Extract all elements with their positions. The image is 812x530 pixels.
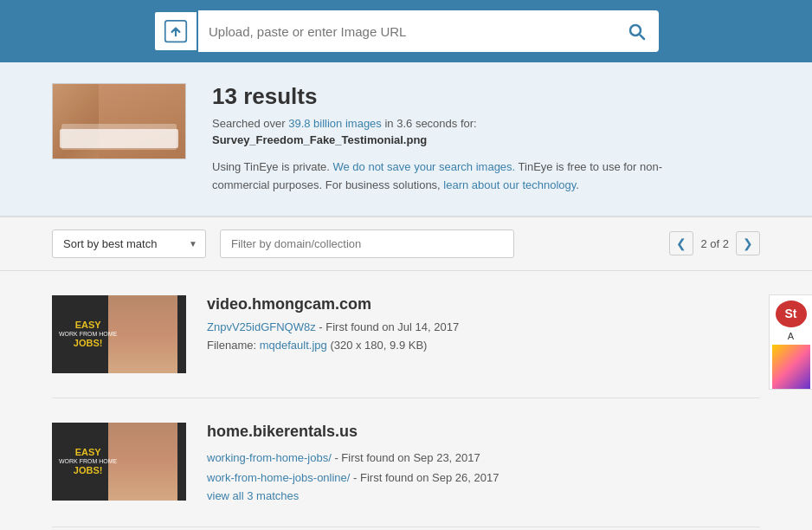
result-match-link-2-2[interactable]: work-from-home-jobs-online/ - First foun… [207, 468, 760, 488]
searched-over: Searched over 39.8 billion images in 3.6… [212, 117, 680, 130]
billion-images-link[interactable]: 39.8 billion images [288, 117, 382, 130]
technology-link[interactable]: learn about our technology [443, 178, 576, 191]
query-image [52, 83, 186, 159]
result-item: EASY WORK FROM HOME JOBS! video.hmongcam… [52, 271, 760, 398]
side-panel-avatar: St [776, 301, 807, 327]
privacy-note: Using TinEye is private. We do not save … [212, 158, 680, 195]
upload-icon [164, 19, 188, 43]
result-domain-1: video.hmongcam.com [207, 295, 760, 313]
no-save-link[interactable]: We do not save your search images. [332, 160, 515, 173]
next-page-button[interactable]: ❯ [736, 231, 760, 255]
view-all-link-2[interactable]: view all 3 matches [207, 489, 760, 502]
result-domain-2: home.bikerentals.us [207, 423, 760, 441]
searched-filename: Survey_Freedom_Fake_Testimonial.png [212, 133, 680, 146]
result-hash-1: ZnpvV25idGFNQW8z - First found on Jul 14… [207, 320, 760, 333]
side-panel: St A [769, 294, 812, 390]
pagination: ❮ 2 of 2 ❯ [669, 231, 760, 255]
result-thumbnail-2: EASY WORK FROM HOME JOBS! [52, 423, 186, 501]
search-icon [626, 21, 647, 42]
prev-page-button[interactable]: ❮ [669, 231, 693, 255]
side-panel-ad-image [772, 345, 810, 389]
sort-wrapper: Sort by best matchSort by most changedSo… [52, 229, 206, 258]
result-thumbnail-1: EASY WORK FROM HOME JOBS! [52, 295, 186, 373]
result-filename-1: Filename: mqdefault.jpg (320 x 180, 9.9 … [207, 339, 760, 352]
side-panel-ad-label: A [788, 331, 794, 341]
result-hash-link-1[interactable]: ZnpvV25idGFNQW8z [207, 320, 316, 333]
upload-button[interactable] [153, 10, 198, 52]
results-count: 13 results [212, 83, 680, 110]
result-item-2: EASY WORK FROM HOME JOBS! home.bikerenta… [52, 398, 760, 528]
result-info-2: home.bikerentals.us working-from-home-jo… [207, 423, 760, 503]
header [0, 0, 812, 62]
sort-select[interactable]: Sort by best matchSort by most changedSo… [52, 229, 206, 258]
results-summary: 13 results Searched over 39.8 billion im… [0, 62, 812, 217]
page-info: 2 of 2 [700, 237, 729, 250]
result-match-link-2-1[interactable]: working-from-home-jobs/ - First found on… [207, 448, 760, 468]
controls-bar: Sort by best matchSort by most changedSo… [0, 217, 812, 271]
search-button[interactable] [614, 10, 659, 52]
search-input[interactable] [198, 10, 614, 52]
result-filename-link-1[interactable]: mqdefault.jpg [260, 339, 327, 352]
results-list: EASY WORK FROM HOME JOBS! video.hmongcam… [0, 271, 812, 528]
result-match-links-2: working-from-home-jobs/ - First found on… [207, 448, 760, 503]
result-info-1: video.hmongcam.com ZnpvV25idGFNQW8z - Fi… [207, 295, 760, 352]
filter-input[interactable] [220, 229, 514, 258]
results-info: 13 results Searched over 39.8 billion im… [212, 83, 680, 195]
